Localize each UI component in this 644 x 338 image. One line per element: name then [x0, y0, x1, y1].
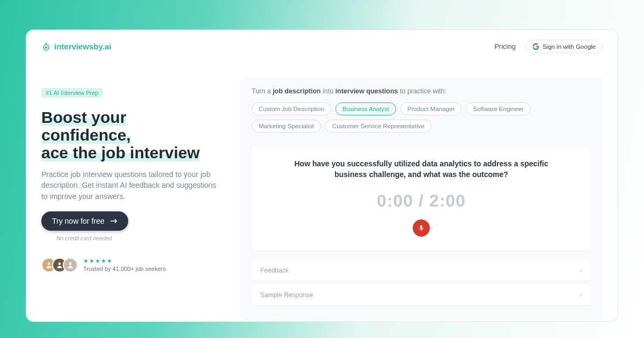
hero-headline: Boost your confidence, ace the job inter…: [41, 108, 218, 161]
accordion: Feedback › Sample Response ›: [252, 260, 591, 305]
prompt-post: to practice with:: [398, 87, 447, 95]
svg-point-2: [48, 262, 50, 265]
role-pill[interactable]: Marketing Specialist: [252, 120, 321, 133]
chevron-right-icon: ›: [580, 267, 582, 274]
pricing-link[interactable]: Pricing: [494, 42, 516, 50]
role-pills: Custom Job DescriptionBusiness AnalystPr…: [252, 102, 591, 133]
top-nav: interviewsby.ai Pricing Sign in with Goo…: [41, 40, 603, 53]
cta-button[interactable]: Try now for free: [41, 211, 128, 231]
role-pill[interactable]: Customer Service Representative: [325, 120, 431, 133]
trusted-label: Trusted by 41,000+ job seekers: [83, 266, 166, 272]
question-text: How have you successfully utilized data …: [282, 158, 561, 180]
role-pill[interactable]: Product Manager: [400, 102, 462, 115]
role-pill[interactable]: Custom Job Description: [252, 102, 331, 115]
google-signin-button[interactable]: Sign in with Google: [525, 40, 603, 53]
avatar: [63, 258, 78, 273]
main-content: #1 AI Interview Prep Boost your confiden…: [41, 78, 603, 320]
prompt-bold2: interview questions: [335, 87, 398, 95]
headline-line2: ace the job interview: [41, 144, 200, 161]
arrow-right-icon: [110, 218, 118, 224]
timer-display: 0:00 / 2:00: [268, 191, 575, 211]
brand-logo[interactable]: interviewsby.ai: [41, 42, 111, 52]
svg-point-3: [58, 262, 61, 265]
feedback-label: Feedback: [260, 267, 289, 274]
record-button[interactable]: [413, 219, 430, 237]
nav-right: Pricing Sign in with Google: [494, 40, 603, 53]
feedback-row[interactable]: Feedback ›: [252, 260, 591, 281]
cta-subtext: No credit card needed: [56, 235, 218, 241]
practice-panel: Turn a job description into interview qu…: [240, 78, 603, 320]
social-proof: ★★★★★ Trusted by 41,000+ job seekers: [41, 258, 218, 273]
role-pill[interactable]: Software Engineer: [466, 102, 531, 115]
svg-rect-5: [420, 225, 422, 229]
google-icon: [532, 43, 539, 50]
headline-line1: Boost your confidence,: [41, 108, 131, 144]
prompt-pre: Turn a: [252, 87, 273, 95]
hero-badge: #1 AI Interview Prep: [41, 88, 103, 98]
role-pill[interactable]: Business Analyst: [335, 102, 396, 115]
prompt-text: Turn a job description into interview qu…: [252, 87, 591, 95]
cta-label: Try now for free: [52, 217, 105, 225]
avatar-stack: [41, 258, 78, 273]
svg-point-4: [69, 262, 72, 265]
brand-name: interviewsby.ai: [54, 42, 111, 51]
prompt-mid: into: [321, 87, 335, 95]
mic-icon: [418, 224, 425, 232]
svg-point-1: [46, 47, 47, 48]
hero-subtext: Practice job interview questions tailore…: [41, 169, 218, 202]
star-rating: ★★★★★: [83, 258, 166, 264]
google-signin-label: Sign in with Google: [543, 43, 596, 50]
sample-response-row[interactable]: Sample Response ›: [252, 285, 591, 305]
brand-icon: [41, 42, 51, 52]
timer-total: 2:00: [429, 191, 466, 210]
question-card: How have you successfully utilized data …: [252, 146, 591, 251]
timer-current: 0:00: [377, 191, 413, 210]
sample-label: Sample Response: [260, 291, 313, 299]
app-window: interviewsby.ai Pricing Sign in with Goo…: [26, 30, 618, 322]
chevron-right-icon: ›: [580, 291, 582, 299]
social-text: ★★★★★ Trusted by 41,000+ job seekers: [83, 258, 166, 272]
prompt-bold1: job description: [273, 87, 321, 95]
hero-column: #1 AI Interview Prep Boost your confiden…: [41, 78, 218, 320]
